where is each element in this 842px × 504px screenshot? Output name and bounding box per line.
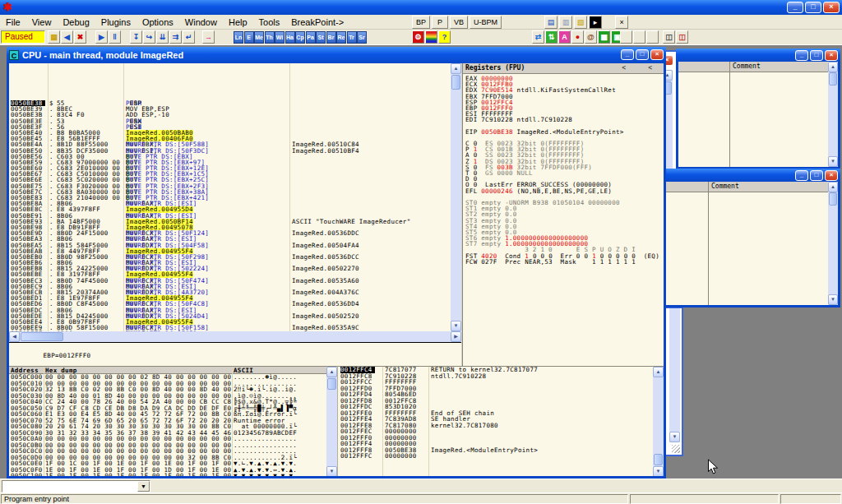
register-line[interactable]: EIP 0050BE38 ImageRed.<ModuleEntryPoint> <box>465 129 664 135</box>
menu-item-tools[interactable]: Tools <box>253 16 286 29</box>
comment-window-1-title-bar[interactable]: _ □ × <box>676 49 840 62</box>
comment-window-2-scrollbar[interactable]: ▲ ▼ <box>828 182 838 305</box>
column-header[interactable]: Comment <box>661 182 838 192</box>
toolbar-button-ubpm[interactable]: U-BPM <box>470 16 502 29</box>
window-list-icon[interactable]: ◫ <box>676 30 688 44</box>
minimize-button[interactable]: _ <box>795 50 808 61</box>
console-icon[interactable]: ▸ <box>589 16 602 29</box>
scroll-down-icon[interactable]: ▼ <box>828 294 838 305</box>
toolbar-button-p[interactable]: P <box>432 16 448 29</box>
document-icon[interactable]: ▥ <box>559 16 572 29</box>
registers-header[interactable]: Registers (FPU) < < <box>463 63 664 74</box>
cpu-window-title-bar[interactable]: C CPU - main thread, module ImageRed _ □… <box>7 47 666 63</box>
close-button[interactable]: × <box>823 2 840 13</box>
trace-over-icon[interactable]: ⇉ <box>169 30 182 44</box>
scroll-down-icon[interactable]: ▼ <box>326 466 337 476</box>
scroll-down-icon[interactable]: ▼ <box>828 156 838 167</box>
menu-item-debug[interactable]: Debug <box>57 16 95 29</box>
stack-pane[interactable]: 0012FFC47C817077RETURN to kernel32.7C817… <box>337 366 664 476</box>
scrollbar-thumb[interactable] <box>654 454 663 465</box>
pane-button-re[interactable]: Re <box>336 31 346 44</box>
analyze-a-icon[interactable]: A <box>558 30 571 44</box>
spiral-icon[interactable]: @ <box>585 30 597 44</box>
maximize-button[interactable]: □ <box>810 170 823 181</box>
disabled-button[interactable] <box>620 30 632 44</box>
pane-button-ln[interactable]: Ln <box>234 31 243 44</box>
scroll-up-icon[interactable]: ▲ <box>828 62 838 72</box>
keypad-icon[interactable]: ▦ <box>598 30 610 44</box>
pane-button-wi[interactable]: Wi <box>275 31 285 44</box>
dump-pane[interactable]: Address Hex dump ASCII 0050C00000 00 00 … <box>9 366 337 476</box>
command-combobox[interactable]: ▼ <box>2 480 150 492</box>
pause-icon[interactable]: ‖ <box>109 30 121 44</box>
scrollbar-thumb[interactable] <box>327 378 336 390</box>
run-icon[interactable]: ▶ <box>95 30 108 44</box>
menu-item-help[interactable]: Help <box>223 16 253 29</box>
collapse-right-icon[interactable]: < <box>648 64 652 72</box>
stack-row[interactable]: 0012FFFC00000000 <box>338 453 664 460</box>
until-return-icon[interactable]: ↵ <box>183 30 195 44</box>
menu-item-breakpoint[interactable]: BreakPoint-> <box>285 16 349 29</box>
updown-icon[interactable]: ⇅ <box>545 30 557 44</box>
trace-into-icon[interactable]: ⇊ <box>156 30 169 44</box>
open-file-icon[interactable]: ▤ <box>48 30 60 44</box>
scroll-up-icon[interactable]: ▲ <box>653 367 664 377</box>
minimize-button[interactable]: _ <box>621 49 634 60</box>
menu-item-view[interactable]: View <box>26 16 58 29</box>
disabled-button[interactable] <box>646 30 659 44</box>
disasm-row[interactable]: 0050BE3E.53PUSH EBX <box>9 118 451 124</box>
swap-arrows-icon[interactable]: ⇄ <box>532 30 544 44</box>
folder-icon[interactable]: ▧ <box>574 16 587 29</box>
register-line[interactable]: EFL 00000246 (NO,NB,E,BE,NS,PE,GE,LE) <box>465 188 664 194</box>
comment-window-2-title-bar[interactable]: _ □ × <box>659 169 840 182</box>
pane-button-me[interactable]: Me <box>254 31 264 44</box>
combobox-dropdown-icon[interactable]: ▼ <box>137 481 150 492</box>
disasm-row[interactable]: 0050BE9D.8B0D 24F15000MOV ECX,DWORD PTR … <box>9 230 451 236</box>
toolbar-close-icon[interactable]: × <box>615 16 628 29</box>
registers-pane[interactable]: Registers (FPU) < < EAX 00000000ECX 0012… <box>462 63 664 366</box>
disasm-row[interactable]: 0050BEB0.8B0D 98F25000MOV ECX,DWORD PTR … <box>9 254 451 260</box>
scrollbar-thumb[interactable] <box>829 72 837 86</box>
disabled-button[interactable] <box>633 30 645 44</box>
disasm-row[interactable]: 0050BEE9.8B0D 58F15000MOV ECX,DWORD PTR … <box>9 325 451 331</box>
step-into-icon[interactable]: ↧ <box>130 30 142 44</box>
resize-grip[interactable] <box>672 445 680 453</box>
toolbar-button-bp[interactable]: BP <box>412 16 430 29</box>
close-button[interactable]: × <box>825 50 838 61</box>
options-gear-icon[interactable]: ⚙ <box>412 30 424 44</box>
pane-button-tr[interactable]: Tr <box>347 31 357 44</box>
scroll-up-icon[interactable]: ▲ <box>451 63 461 74</box>
scroll-up-icon[interactable]: ▲ <box>326 367 337 377</box>
dump-vscrollbar[interactable]: ▲ ▼ <box>326 367 337 476</box>
comment-window-1-scrollbar[interactable]: ▲ ▼ <box>828 62 838 167</box>
scroll-down-icon[interactable]: ▼ <box>451 321 461 331</box>
minimize-button[interactable]: _ <box>795 170 808 181</box>
register-line[interactable]: FCW 027F Prec NEAR,53 Mask 1 1 1 1 1 1 <box>465 259 664 265</box>
pane-button-pa[interactable]: Pa <box>306 31 316 44</box>
background-window-scrollbar-bottom[interactable]: ▼ <box>669 308 680 442</box>
register-line[interactable]: T 0 GS 0000 NULL <box>465 170 664 176</box>
maximize-button[interactable]: □ <box>810 50 823 61</box>
scrollbar-thumb[interactable] <box>21 332 63 341</box>
disasm-row[interactable]: 0050BE38$55PUSH EBP <box>9 100 451 106</box>
pane-button-sr[interactable]: Sr <box>357 31 367 44</box>
stack-vscrollbar[interactable]: ▲ ▼ <box>653 367 664 476</box>
step-over-icon[interactable]: ↪ <box>143 30 155 44</box>
pane-button-e[interactable]: E <box>244 31 254 44</box>
scroll-down-icon[interactable]: ▼ <box>653 466 664 476</box>
restart-icon[interactable]: ◀ <box>61 30 73 44</box>
pane-button-ha[interactable]: Ha <box>285 31 295 44</box>
menu-item-plugins[interactable]: Plugins <box>95 16 136 29</box>
info-pane[interactable]: EBP=0012FFF0 <box>9 342 461 366</box>
register-line[interactable]: EDI 7C910228 ntdll.7C910228 <box>465 117 664 123</box>
column-separator[interactable] <box>729 62 730 72</box>
scrollbar-thumb[interactable] <box>829 192 837 206</box>
pane-button-cp[interactable]: Cp <box>295 31 305 44</box>
minimize-button[interactable]: _ <box>787 2 803 13</box>
disasm-row[interactable]: 0050BE83.C683 21040000 00MOV BYTE PTR DS… <box>9 195 451 201</box>
scrollbar-thumb[interactable] <box>451 75 460 90</box>
dump-row[interactable]: 0050C1001F 00 1F 00 1F 00 1F 00 1F 00 1F… <box>9 473 337 476</box>
close-button[interactable]: × <box>650 49 664 60</box>
scroll-right-icon[interactable]: ▶ <box>451 331 461 342</box>
window-split-icon[interactable]: ◫ <box>663 30 675 44</box>
